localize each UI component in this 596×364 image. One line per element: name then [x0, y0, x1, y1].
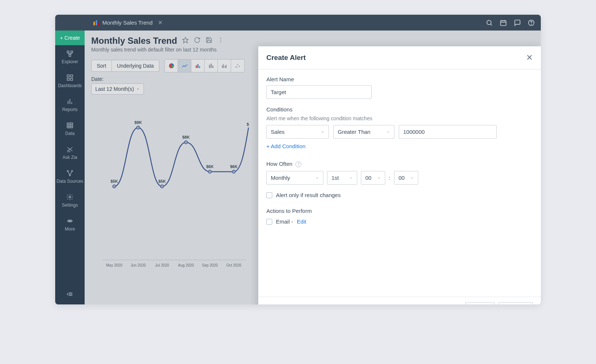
sidebar-item-label: Explorer	[62, 59, 78, 64]
svg-point-58	[239, 66, 240, 67]
svg-rect-54	[224, 66, 225, 68]
chart-type-scatter[interactable]	[231, 60, 244, 72]
chevron-down-icon	[386, 130, 390, 134]
svg-rect-48	[199, 66, 200, 68]
svg-text:$8K: $8K	[182, 135, 189, 139]
modal-header: Create Alert ✕	[258, 46, 541, 69]
modal-title: Create Alert	[266, 54, 306, 62]
sidebar-item-label: Data Sources	[57, 179, 84, 184]
sidebar-item-label: Reports	[62, 107, 78, 112]
save-icon[interactable]	[206, 37, 212, 45]
close-icon[interactable]: ✕	[158, 19, 163, 26]
svg-point-0	[487, 20, 491, 25]
search-icon[interactable]	[486, 19, 493, 26]
svg-rect-22	[67, 123, 73, 128]
kebab-icon[interactable]	[217, 37, 224, 45]
chart-type-bar[interactable]	[191, 60, 205, 72]
star-icon[interactable]	[182, 37, 189, 45]
svg-point-74	[185, 142, 187, 143]
svg-text:May 2020: May 2020	[106, 263, 123, 267]
frequency-select[interactable]: Monthly	[266, 171, 323, 185]
alert-only-row: Alert only if result changes	[266, 192, 533, 198]
svg-text:$5K: $5K	[110, 179, 118, 183]
day-select[interactable]: 1st	[327, 171, 357, 185]
underlying-data-button[interactable]: Underlying Data	[112, 60, 159, 72]
create-button[interactable]: + Create	[55, 31, 85, 45]
svg-text:$9K: $9K	[134, 120, 142, 125]
email-checkbox[interactable]	[266, 219, 272, 225]
sidebar-item-settings[interactable]: Settings	[55, 189, 85, 213]
alert-only-label: Alert only if result changes	[276, 192, 341, 198]
modal-body: Alert Name Conditions Alert me when the …	[258, 69, 541, 297]
minute-select[interactable]: 00	[394, 171, 418, 185]
svg-rect-50	[210, 64, 212, 68]
svg-line-1	[491, 24, 492, 25]
chart-type-stacked[interactable]	[205, 60, 218, 72]
sidebar-item-dashboards[interactable]: Dashboards	[55, 69, 85, 93]
svg-text:Aug 2020: Aug 2020	[178, 263, 194, 267]
alert-only-checkbox[interactable]	[266, 192, 272, 198]
svg-rect-16	[71, 75, 73, 77]
chart-type-pie[interactable]	[165, 60, 178, 72]
sidebar-item-reports[interactable]: Reports	[55, 93, 85, 117]
sidebar-item-explorer[interactable]: Explorer	[55, 45, 85, 69]
conditions-sub: Alert me when the following condition ma…	[266, 115, 533, 121]
page-title: Monthly Sales Trend	[91, 36, 177, 46]
sidebar-item-askzia[interactable]: Zia Ask Zia	[55, 141, 85, 165]
chevron-down-icon	[321, 130, 324, 134]
grid-icon	[66, 74, 74, 81]
alert-name-input[interactable]	[266, 85, 372, 99]
bars-icon	[66, 98, 74, 105]
svg-text:Jun 2020: Jun 2020	[131, 263, 146, 267]
chart-type-line[interactable]	[178, 60, 191, 72]
sidebar-item-label: More	[65, 226, 75, 232]
close-icon[interactable]: ✕	[526, 53, 533, 63]
sidebar-item-label: Settings	[62, 203, 78, 208]
save-button[interactable]: Save	[465, 302, 495, 304]
cancel-button[interactable]: Cancel	[499, 302, 533, 304]
svg-line-31	[68, 172, 70, 175]
sidebar-collapse[interactable]	[66, 285, 74, 304]
tab-monthly-sales[interactable]: Monthly Sales Trend ✕	[88, 15, 168, 31]
day-value: 1st	[331, 175, 339, 181]
svg-point-66	[138, 127, 139, 128]
svg-point-82	[233, 171, 234, 172]
more-icon	[66, 217, 74, 225]
svg-marker-41	[183, 38, 188, 43]
sort-button[interactable]: Sort	[91, 60, 112, 72]
date-filter-value: Last 12 Month(s)	[95, 86, 134, 92]
help-icon[interactable]: ?	[295, 161, 301, 167]
sidebar-item-datasources[interactable]: Data Sources	[55, 165, 85, 189]
condition-field-value: Sales	[271, 129, 285, 135]
svg-text:No: No	[249, 263, 250, 267]
minute-value: 00	[398, 175, 405, 181]
svg-point-43	[220, 40, 221, 40]
how-often-row: Monthly 1st 00 : 00	[266, 171, 533, 185]
svg-text:Sep 2020: Sep 2020	[202, 263, 218, 267]
topbar: Monthly Sales Trend ✕	[55, 15, 541, 31]
svg-rect-10	[69, 55, 71, 57]
chevron-down-icon	[349, 176, 353, 180]
zia-icon: Zia	[66, 146, 74, 153]
chevron-down-icon	[377, 176, 381, 180]
condition-field-select[interactable]: Sales	[266, 125, 329, 139]
date-filter-select[interactable]: Last 12 Month(s)	[91, 83, 144, 94]
condition-operator-select[interactable]: Greater Than	[333, 125, 394, 139]
svg-rect-2	[501, 21, 506, 25]
alert-name-label: Alert Name	[266, 76, 533, 82]
svg-point-57	[237, 64, 238, 65]
chat-icon[interactable]	[514, 19, 521, 26]
condition-value-input[interactable]	[399, 125, 497, 139]
edit-email-link[interactable]: Edit	[297, 218, 306, 225]
email-action-row: Email - Edit	[266, 218, 533, 225]
help-icon[interactable]	[528, 19, 535, 26]
chart-type-grouped[interactable]	[218, 60, 231, 72]
refresh-icon[interactable]	[194, 37, 201, 45]
calendar-icon[interactable]	[500, 19, 507, 26]
add-condition-link[interactable]: + Add Condition	[266, 143, 305, 149]
sidebar-item-data[interactable]: Data	[55, 117, 85, 141]
svg-rect-46	[196, 65, 197, 68]
topbar-actions	[486, 19, 535, 26]
sidebar-item-more[interactable]: More	[55, 213, 85, 236]
hour-select[interactable]: 00	[361, 171, 385, 185]
